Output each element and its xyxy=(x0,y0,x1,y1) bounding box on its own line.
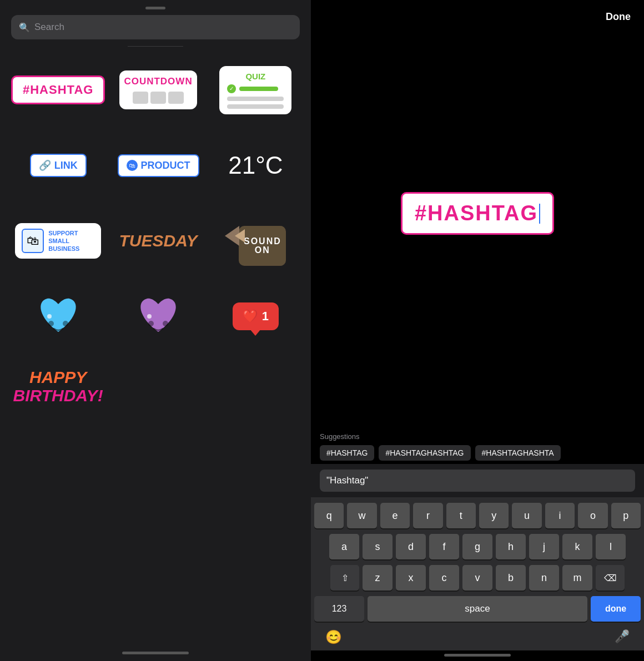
key-y[interactable]: y xyxy=(479,503,509,528)
suggestions-row: #HASHTAG #HASHTAGHASHTAG #HASHTAGHASHTA xyxy=(320,445,635,461)
quiz-check-icon: ✓ xyxy=(227,84,236,93)
quiz-progress-bar xyxy=(239,87,278,91)
purple-heart-svg xyxy=(133,293,183,337)
temperature-sticker-cell[interactable]: 21°C xyxy=(212,132,300,199)
key-k[interactable]: k xyxy=(562,534,592,559)
key-o[interactable]: o xyxy=(578,503,607,528)
blue-heart-cell[interactable] xyxy=(11,283,105,350)
like-counter-cell[interactable]: ❤️ 1 xyxy=(212,283,300,350)
quiz-bar-gray-2 xyxy=(227,104,284,109)
key-p[interactable]: p xyxy=(611,503,641,528)
drag-handle[interactable] xyxy=(145,7,165,9)
suggestion-chip-0[interactable]: #HASHTAG xyxy=(320,445,374,461)
suggestions-area: Suggestions #HASHTAG #HASHTAGHASHTAG #HA… xyxy=(311,427,644,464)
blue-heart-svg xyxy=(33,293,83,337)
countdown-box-1 xyxy=(133,92,148,104)
canvas-hashtag-sticker[interactable]: #HASHTAG xyxy=(401,192,554,235)
countdown-box-3 xyxy=(168,92,184,104)
shift-key[interactable]: ⇧ xyxy=(330,565,359,591)
key-x[interactable]: x xyxy=(396,565,426,591)
key-d[interactable]: d xyxy=(396,534,426,559)
speaker-inner xyxy=(235,229,245,243)
blue-heart-sticker[interactable] xyxy=(33,293,83,340)
key-g[interactable]: g xyxy=(462,534,492,559)
key-m[interactable]: m xyxy=(562,565,592,591)
product-icon: 🛍 xyxy=(127,160,138,171)
key-q[interactable]: q xyxy=(314,503,344,528)
key-e[interactable]: e xyxy=(380,503,410,528)
countdown-sticker[interactable]: COUNTDOWN xyxy=(119,70,197,109)
quiz-sticker[interactable]: QUIZ ✓ xyxy=(219,66,291,114)
key-l[interactable]: l xyxy=(596,534,626,559)
search-icon: 🔍 xyxy=(19,22,30,33)
quiz-sticker-cell[interactable]: QUIZ ✓ xyxy=(212,57,300,123)
soundon-sticker[interactable]: SOUND ON xyxy=(225,216,286,266)
svg-point-3 xyxy=(148,321,154,326)
key-h[interactable]: h xyxy=(496,534,526,559)
tuesday-sticker[interactable]: TUESDAY xyxy=(119,231,197,250)
canvas-hashtag-text: #HASHTAG xyxy=(415,201,538,225)
key-j[interactable]: j xyxy=(529,534,559,559)
emoji-key[interactable]: 😊 xyxy=(325,629,342,645)
like-heart-icon: ❤️ xyxy=(243,309,258,324)
done-button[interactable]: Done xyxy=(606,11,631,23)
sticker-grid: #HASHTAG COUNTDOWN QUIZ ✓ xyxy=(6,57,305,414)
birthday-sticker[interactable]: HAPPY BIRTHDAY! xyxy=(13,368,103,405)
countdown-label: COUNTDOWN xyxy=(124,76,192,87)
hashtag-sticker-cell[interactable]: #HASHTAG xyxy=(11,57,105,123)
suggestion-chip-1[interactable]: #HASHTAGHASHTAG xyxy=(379,445,470,461)
key-n[interactable]: n xyxy=(529,565,559,591)
keyboard-row-1: q w e r t y u i o p xyxy=(314,503,641,528)
key-u[interactable]: u xyxy=(512,503,541,528)
key-r[interactable]: r xyxy=(413,503,442,528)
key-w[interactable]: w xyxy=(347,503,376,528)
countdown-box-2 xyxy=(150,92,166,104)
soundon-sticker-cell[interactable]: SOUND ON xyxy=(212,208,300,274)
keyboard-bottom-row: 123 space done xyxy=(314,596,641,622)
story-canvas[interactable]: #HASHTAG xyxy=(311,0,644,427)
svg-point-2 xyxy=(47,314,52,319)
space-key[interactable]: space xyxy=(368,596,587,622)
num-key[interactable]: 123 xyxy=(314,596,364,622)
keyboard-row-2: a s d f g h j k l xyxy=(314,534,641,559)
suggestion-chip-2[interactable]: #HASHTAGHASHTA xyxy=(475,445,561,461)
key-v[interactable]: v xyxy=(462,565,492,591)
keyboard-done-key[interactable]: done xyxy=(591,596,641,622)
key-s[interactable]: s xyxy=(363,534,393,559)
svg-point-4 xyxy=(163,321,168,326)
purple-heart-cell[interactable] xyxy=(114,283,202,350)
temperature-sticker[interactable]: 21°C xyxy=(228,152,283,179)
key-i[interactable]: i xyxy=(545,503,575,528)
product-sticker[interactable]: 🛍 PRODUCT xyxy=(118,154,199,177)
hashtag-sticker[interactable]: #HASHTAG xyxy=(11,75,105,104)
hashtag-text-input[interactable] xyxy=(320,470,635,492)
search-placeholder: Search xyxy=(34,22,64,33)
quiz-bar-gray-1 xyxy=(227,97,284,101)
key-t[interactable]: t xyxy=(446,503,476,528)
mic-key[interactable]: 🎤 xyxy=(615,629,630,645)
product-sticker-cell[interactable]: 🛍 PRODUCT xyxy=(114,132,202,199)
quiz-label: QUIZ xyxy=(227,72,284,81)
tuesday-sticker-cell[interactable]: TUESDAY xyxy=(114,208,202,274)
key-c[interactable]: c xyxy=(429,565,459,591)
purple-heart-sticker[interactable] xyxy=(133,293,183,340)
link-sticker-cell[interactable]: 🔗 LINK xyxy=(11,132,105,199)
key-a[interactable]: a xyxy=(329,534,359,559)
support-sticker-cell[interactable]: 🛍 SUPPORT SMALL BUSINESS xyxy=(11,208,105,274)
hashtag-label: #HASHTAG xyxy=(23,83,93,97)
link-sticker[interactable]: 🔗 LINK xyxy=(30,154,87,177)
link-label: LINK xyxy=(54,160,78,171)
svg-point-1 xyxy=(63,321,68,326)
soundon-bg: SOUND ON xyxy=(239,226,286,266)
countdown-boxes xyxy=(133,92,184,104)
temperature-label: 21°C xyxy=(228,152,283,179)
delete-key[interactable]: ⌫ xyxy=(596,565,625,591)
birthday-sticker-cell[interactable]: HAPPY BIRTHDAY! xyxy=(11,359,105,414)
countdown-sticker-cell[interactable]: COUNTDOWN xyxy=(114,57,202,123)
support-sticker[interactable]: 🛍 SUPPORT SMALL BUSINESS xyxy=(15,223,101,259)
key-z[interactable]: z xyxy=(363,565,393,591)
key-f[interactable]: f xyxy=(429,534,459,559)
key-b[interactable]: b xyxy=(496,565,526,591)
like-counter-sticker[interactable]: ❤️ 1 xyxy=(233,302,279,330)
search-bar[interactable]: 🔍 Search xyxy=(11,15,300,39)
